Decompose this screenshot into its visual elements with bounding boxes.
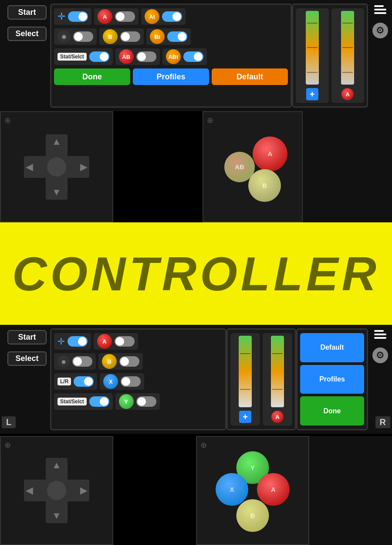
bottom-toggle-a[interactable] [115,336,135,347]
dpad-left-bottom[interactable]: ◀ [26,485,33,496]
toggle-b[interactable] [120,31,140,42]
settings-icon-top[interactable]: ⚙ [372,23,388,38]
yellow-banner: CONTROLLER [0,222,392,325]
bottom-toggle-stick[interactable] [72,356,92,367]
bottom-config-row-1: ✛ A [54,332,223,351]
r-label: R [375,416,390,428]
dpad-right-bottom[interactable]: ▶ [80,485,88,496]
slider-track-bottom-2[interactable] [271,336,284,407]
abt-button[interactable]: ABt [166,49,181,64]
dpad-down[interactable]: ▼ [52,187,61,198]
dpad-down-bottom[interactable]: ▼ [52,510,61,521]
cell-a: A [94,8,139,25]
slider-track-2[interactable] [341,11,354,85]
slider-track-1[interactable] [306,11,319,85]
toggle-bt[interactable] [167,31,187,42]
bottom-toggle-statselct[interactable] [89,396,109,407]
slider-col-bottom-1 [230,333,260,426]
menu-icon-top[interactable] [374,5,386,14]
b-button[interactable]: B [103,29,118,44]
bottom-toggle-y[interactable] [136,396,156,407]
move-handle-top[interactable]: ⊕ [4,116,11,125]
dpad-left[interactable]: ◀ [26,161,33,173]
config-row-3: Stat/Selct AB ABt [54,48,288,66]
select-button-top[interactable]: Select [7,27,47,41]
move-handle-buttons-bottom[interactable]: ⊕ [200,440,207,450]
slider-col-bottom-2: A [263,333,292,426]
cell-bt: Bt [146,28,191,45]
bottom-toggle-x[interactable] [121,376,141,387]
bottom-a-button[interactable]: A [97,334,112,349]
select-button-bottom[interactable]: Select [7,351,47,366]
dpad-container-top: ⊕ ▲ ▼ ◀ ▶ [0,111,113,222]
a-game-button-bottom[interactable]: A [257,473,290,506]
toggle-stick[interactable] [73,31,93,42]
cell-ab: AB [115,48,160,65]
sliders-panel-bottom: A [226,328,296,430]
top-right-icons: ⚙ [368,0,392,111]
config-row-2: ● B Bt [54,27,288,46]
move-handle-buttons-top[interactable]: ⊕ [207,116,213,125]
dpad-up[interactable]: ▲ [52,136,61,147]
buttons-container-bottom: ⊕ Y X A B [196,436,309,545]
done-button-bottom[interactable]: Done [300,396,364,426]
profiles-button-top[interactable]: Profiles [133,68,209,85]
l-label: L [2,416,16,428]
cell-b: B [99,28,144,45]
top-game-area: ⊕ ▲ ▼ ◀ ▶ ⊕ AB A B [0,111,392,222]
bottom-game-area: ⊕ ▲ ▼ ◀ ▶ ⊕ Y X A B [0,436,392,545]
start-button-bottom[interactable]: Start [7,330,47,344]
cell-at: At [141,8,186,25]
cell-abt: ABt [162,48,207,65]
bottom-cell-stick: ● [54,353,96,370]
dpad-top[interactable]: ▲ ▼ ◀ ▶ [24,134,89,200]
bottom-cell-x: X [100,373,144,390]
toggle-ab[interactable] [136,51,156,62]
bottom-toggle-dpad[interactable] [68,336,88,347]
slider-track-bottom-1[interactable] [239,336,252,407]
toggle-a[interactable] [115,11,135,22]
dpad-up-bottom[interactable]: ▲ [52,460,61,471]
dpad-right[interactable]: ▶ [80,161,88,173]
bottom-config-row: Start Select ✛ A ● [0,325,392,434]
bottom-toggle-lr[interactable] [74,376,94,387]
bottom-toggle-b[interactable] [119,356,139,367]
banner-title: CONTROLLER [12,246,380,301]
bottom-cell-lr: L/R [54,373,97,390]
buttons-container-top: ⊕ AB A B [203,111,303,222]
cell-dpad: ✛ [54,8,91,25]
dpad-icon-bottom-slider [239,411,251,423]
done-button-top[interactable]: Done [54,68,130,85]
default-button-bottom[interactable]: Default [300,333,364,362]
a-button[interactable]: A [98,9,112,24]
bottom-cell-b: B [98,353,143,370]
settings-icon-bottom[interactable]: ⚙ [372,347,388,363]
bt-button[interactable]: Bt [150,29,165,44]
start-button-top[interactable]: Start [7,5,47,20]
bottom-y-button[interactable]: Y [119,394,134,409]
filler-bottom [309,436,392,545]
move-handle-bottom[interactable]: ⊕ [4,440,11,450]
at-button[interactable]: At [145,9,159,24]
toggle-dpad[interactable] [68,11,88,22]
bottom-cell-y: Y [115,393,160,410]
bottom-config-row-2: ● B [54,352,223,371]
bottom-x-button[interactable]: X [103,374,118,389]
bottom-b-button[interactable]: B [102,354,117,369]
b-game-button-top[interactable]: B [248,169,281,202]
slider-col-2: A [331,8,365,103]
x-game-button[interactable]: X [216,473,248,506]
middle-area-top [113,111,203,222]
toggle-abt[interactable] [183,51,203,62]
statselect-label: Stat/Selct [57,53,87,61]
menu-icon-bottom[interactable] [374,330,386,339]
a-game-button-top[interactable]: A [253,136,287,171]
profiles-button-bottom[interactable]: Profiles [300,365,364,394]
default-button-top[interactable]: Default [212,68,288,85]
b-game-button-bottom[interactable]: B [237,499,269,532]
bottom-statselct-label: Stat/Selct [57,398,87,405]
dpad-bottom[interactable]: ▲ ▼ ◀ ▶ [24,458,89,523]
toggle-at[interactable] [162,11,182,22]
ab-button[interactable]: AB [119,49,134,64]
toggle-statselect[interactable] [89,51,109,62]
